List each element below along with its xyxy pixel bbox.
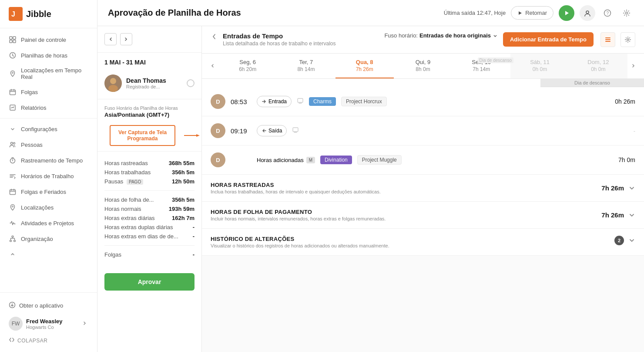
- stat-value: 12h 50m: [172, 178, 195, 185]
- user-chevron-icon: [81, 320, 88, 328]
- approve-button[interactable]: Aprovar: [104, 273, 195, 291]
- timezone-box: Fuso Horário da Planilha de Horas Asia/P…: [97, 99, 201, 118]
- day-sab11[interactable]: Sáb, 11 0h 0m: [510, 54, 569, 78]
- get-app-row[interactable]: Obter o aplicativo: [7, 298, 90, 313]
- table-row: D Horas adicionadas M Divination Project…: [202, 146, 644, 175]
- header: Aprovação de Planilha de Horas Última sa…: [97, 0, 644, 26]
- sidebar-item-dashboard[interactable]: Painel de controle: [0, 32, 97, 47]
- sidebar-item-time-tracking[interactable]: Rastreamento de Tempo: [0, 152, 97, 168]
- leaves-icon: [9, 88, 17, 96]
- settings-button[interactable]: [620, 6, 634, 20]
- next-arrow-button[interactable]: [120, 33, 132, 45]
- svg-rect-15: [12, 236, 13, 237]
- prev-day-button[interactable]: [206, 57, 218, 75]
- sidebar-item-label: Horários de Trabalho: [21, 173, 74, 179]
- sidebar-item-label: Atividades e Projetos: [21, 220, 74, 227]
- rest-banner-area: Dia de descanso: [202, 79, 644, 87]
- entry-settings-button[interactable]: [621, 32, 635, 47]
- collapse-icon: [9, 337, 15, 344]
- day-qui9[interactable]: Qui, 9 8h 0m: [394, 54, 452, 78]
- panel-navigation: [97, 26, 201, 53]
- retomar-button[interactable]: Retomar: [511, 6, 553, 20]
- nav-collapse-more[interactable]: [0, 247, 97, 262]
- svg-rect-30: [605, 37, 610, 38]
- chevron-up-icon: [9, 250, 17, 258]
- date-range: 1 MAI - 31 MAI: [97, 53, 201, 70]
- sidebar-item-organization[interactable]: Organização: [0, 231, 97, 247]
- sidebar-item-label: Folgas: [21, 89, 38, 95]
- user-circle-icon: [584, 9, 591, 17]
- timezone-selector[interactable]: Fuso horário: Entradas de hora originais: [384, 32, 498, 39]
- day-dom12[interactable]: Dom, 12 0h 0m: [569, 54, 627, 78]
- sidebar-item-leaves-holidays[interactable]: Folgas e Feriados: [0, 184, 97, 200]
- entry-dash: -: [634, 128, 635, 134]
- day-label: Sex, 10: [454, 59, 509, 65]
- device-icon: [297, 97, 304, 106]
- stat-label: Horas normais: [104, 206, 141, 212]
- svg-point-14: [12, 206, 13, 207]
- day-ter7[interactable]: Ter, 7 8h 14m: [277, 54, 335, 78]
- sidebar-item-work-schedules[interactable]: Horários de Trabalho: [0, 168, 97, 184]
- stat-label: Horas extras diárias: [104, 215, 155, 221]
- svg-point-10: [11, 142, 13, 145]
- stat-horas-folha: Horas de folha de... 356h 5m: [104, 195, 195, 204]
- help-button[interactable]: ?: [600, 6, 614, 20]
- entry-badge-out[interactable]: Saída: [257, 125, 287, 136]
- summary-horas-rastreadas[interactable]: HORAS RASTREADAS Inclua horas trabalhada…: [202, 175, 644, 202]
- day-label: Dom, 12: [571, 59, 626, 65]
- timezone-selector-label: Fuso horário:: [384, 32, 418, 39]
- day-sex10[interactable]: Sex, 10 7h 14m: [452, 54, 510, 78]
- add-entry-button[interactable]: Adicionar Entrada de Tempo: [503, 32, 594, 47]
- svg-marker-29: [196, 134, 200, 137]
- jibble-logo-icon: J: [9, 7, 23, 21]
- stat-value: 356h 5m: [172, 196, 195, 203]
- sidebar-item-locations[interactable]: Localizações: [0, 200, 97, 215]
- prev-arrow-button[interactable]: [104, 33, 117, 45]
- main-area: Aprovação de Planilha de Horas Última sa…: [97, 0, 644, 352]
- entry-avatar: D: [211, 94, 225, 109]
- summary-horas-folha[interactable]: HORAS DE FOLHA DE PAGAMENTO Incluir hora…: [202, 202, 644, 229]
- added-hours-label: Horas adicionadas M: [257, 157, 315, 163]
- stat-horas-extras-duplas: Horas extras duplas diárias -: [104, 223, 195, 232]
- day-time: 6h 20m: [220, 66, 275, 72]
- list-view-button[interactable]: [600, 32, 615, 47]
- day-seg6[interactable]: Seg, 6 6h 20m: [218, 54, 277, 78]
- svg-rect-32: [605, 41, 610, 42]
- entry-badge-in[interactable]: Entrada: [257, 96, 292, 107]
- sidebar-item-reports[interactable]: Relatórios: [0, 100, 97, 115]
- play-button[interactable]: [559, 5, 574, 21]
- day-qua8[interactable]: Qua, 8 7h 26m: [335, 54, 394, 78]
- sidebar-item-people[interactable]: Pessoas: [0, 137, 97, 152]
- time-panel-subtitle: Lista detalhada de horas de trabalho e i…: [223, 41, 336, 47]
- timezone-selector-value: Entradas de hora originais: [419, 32, 491, 39]
- chevron-down-icon: [628, 185, 635, 192]
- sidebar-item-label: Planilhas de horas: [21, 52, 67, 59]
- sidebar-item-locations-rt[interactable]: Localizações em Tempo Real: [0, 63, 97, 84]
- next-day-button[interactable]: [627, 57, 640, 75]
- sidebar-item-timesheets[interactable]: Planilhas de horas: [0, 47, 97, 63]
- sidebar-item-activities-projects[interactable]: Atividades e Projetos: [0, 215, 97, 231]
- stats-box: Horas rastreadas 368h 55m Horas trabalha…: [97, 151, 201, 266]
- timesheets-icon: [9, 51, 17, 59]
- user-row[interactable]: FW Fred Weasley Hogwarts Co: [7, 313, 90, 334]
- stat-horas-extras-dias: Horas extras em dias de de... -: [104, 232, 195, 241]
- history-section[interactable]: HISTÓRICO DE ALTERAÇÕES Visualizar o his…: [202, 229, 644, 256]
- device-icon: [292, 126, 299, 135]
- stat-horas-trabalhadas: Horas trabalhadas 356h 5m: [104, 168, 195, 177]
- collapse-row[interactable]: COLAPSAR: [7, 334, 90, 347]
- svg-marker-20: [565, 11, 569, 15]
- screenshot-button[interactable]: Ver Captura de Tela Programada: [110, 125, 175, 146]
- sidebar-item-leaves[interactable]: Folgas: [0, 84, 97, 100]
- svg-point-11: [13, 142, 15, 144]
- back-button[interactable]: [211, 32, 218, 42]
- day-label: Qua, 8: [337, 59, 392, 65]
- user-icon-button[interactable]: [580, 5, 595, 21]
- employee-name: Dean Thomas: [126, 77, 166, 84]
- stat-divider: [104, 190, 195, 191]
- svg-point-33: [627, 39, 629, 41]
- nav-section-settings[interactable]: Configurações: [0, 121, 97, 137]
- sidebar-item-label: Pessoas: [21, 142, 43, 148]
- employee-radio[interactable]: [187, 79, 195, 87]
- day-time: 0h 0m: [571, 66, 626, 72]
- svg-text:?: ?: [607, 11, 609, 16]
